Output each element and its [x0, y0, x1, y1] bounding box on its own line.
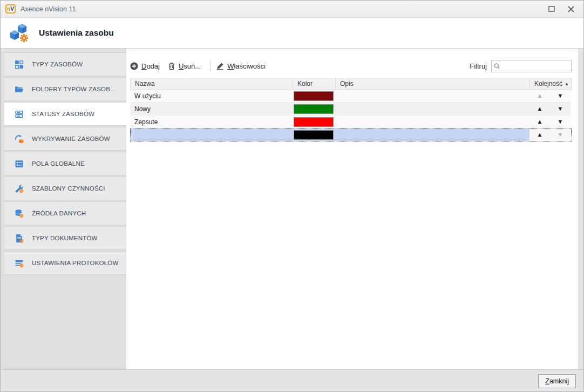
sidebar-item-wykrywanie-zasobow[interactable]: WYKRYWANIE ZASOBÓW	[4, 127, 126, 151]
sidebar-item-label: FOLDERY TYPÓW ZASOB...	[32, 86, 116, 92]
statuses-table: Nazwa Kolor Opis Kolejność▲ W użyciu ▲ ▼…	[130, 78, 572, 141]
pencil-icon	[216, 62, 224, 70]
sidebar-item-label: USTAWIENIA PROTOKOŁÓW	[32, 260, 119, 266]
status-description	[335, 103, 529, 115]
move-up-button[interactable]: ▲	[534, 119, 546, 125]
column-header-nazwa[interactable]: Nazwa	[131, 78, 293, 89]
column-header-kolejnosc[interactable]: Kolejność▲	[530, 78, 571, 89]
properties-button[interactable]: Właściwości	[216, 62, 266, 70]
status-description	[335, 90, 529, 102]
app-logo: nV	[5, 4, 16, 13]
remove-button[interactable]: Usuń...	[168, 62, 201, 70]
close-dialog-button[interactable]: Zamknij	[538, 374, 576, 388]
sidebar-item-typy-dokumentow[interactable]: TYPY DOKUMENTÓW	[4, 226, 126, 250]
window-title: Axence nVision 11	[21, 5, 76, 13]
table-row-selected[interactable]: ▲ ▼	[130, 129, 572, 141]
sidebar-item-label: SZABLONY CZYNNOŚCI	[32, 185, 105, 192]
resource-settings-dialog: nV Axence nVision 11	[0, 0, 584, 392]
filter-input-box	[491, 60, 572, 72]
settings-sidebar: TYPY ZASOBÓW FOLDERY TYPÓW ZASOB... STAT…	[1, 49, 126, 369]
close-icon	[568, 6, 574, 12]
sort-asc-icon: ▲	[565, 82, 569, 86]
resource-settings-icon	[9, 22, 30, 44]
sidebar-item-label: STATUSY ZASOBÓW	[32, 111, 94, 117]
sidebar-item-ustawienia-protokolow[interactable]: USTAWIENIA PROTOKOŁÓW	[4, 251, 126, 275]
grid-icon	[15, 60, 24, 69]
maximize-button[interactable]	[546, 3, 558, 15]
sidebar-item-label: WYKRYWANIE ZASOBÓW	[32, 136, 110, 142]
table-header: Nazwa Kolor Opis Kolejność▲	[130, 78, 572, 90]
move-down-button[interactable]: ▼	[554, 93, 566, 99]
wrench-gear-icon	[15, 184, 24, 193]
maximize-icon	[548, 6, 555, 12]
column-header-kolor[interactable]: Kolor	[293, 78, 336, 89]
color-swatch	[294, 117, 334, 127]
discovery-icon	[15, 134, 24, 144]
move-up-button: ▲	[534, 93, 546, 99]
column-header-opis[interactable]: Opis	[336, 78, 530, 89]
move-down-button[interactable]: ▼	[554, 119, 566, 125]
table-toolbar: Dodaj Usuń... Właściwości Filtruj	[130, 60, 572, 72]
sidebar-item-statusy-zasobow[interactable]: STATUSY ZASOBÓW	[4, 102, 126, 126]
search-icon	[494, 63, 500, 70]
status-name: W użyciu	[130, 90, 293, 102]
global-fields-icon	[15, 159, 24, 168]
table-row[interactable]: Zepsute ▲ ▼	[130, 116, 572, 129]
sidebar-item-label: TYPY ZASOBÓW	[32, 61, 83, 67]
table-row[interactable]: W użyciu ▲ ▼	[130, 90, 572, 103]
status-list-icon	[15, 110, 24, 119]
sidebar-item-label: ŹRÓDŁA DANYCH	[32, 210, 86, 217]
color-swatch	[294, 91, 334, 101]
add-button[interactable]: Dodaj	[130, 62, 160, 70]
sidebar-item-zrodla-danych[interactable]: ŹRÓDŁA DANYCH	[4, 201, 126, 225]
page-title: Ustawienia zasobu	[39, 28, 114, 38]
move-down-button: ▼	[554, 132, 566, 138]
sidebar-item-szablony-czynnosci[interactable]: SZABLONY CZYNNOŚCI	[4, 177, 126, 200]
sidebar-item-pola-globalne[interactable]: POLA GLOBALNE	[4, 152, 126, 175]
sidebar-item-foldery-typow[interactable]: FOLDERY TYPÓW ZASOB...	[4, 77, 126, 101]
status-name	[130, 129, 293, 141]
add-icon	[130, 62, 138, 70]
sidebar-item-label: POLA GLOBALNE	[32, 160, 85, 167]
toolbar-separator	[210, 61, 210, 71]
sidebar-item-label: TYPY DOKUMENTÓW	[32, 235, 98, 241]
table-row[interactable]: Nowy ▲ ▼	[130, 103, 572, 116]
move-down-button[interactable]: ▼	[554, 106, 566, 112]
protocol-gear-icon	[15, 259, 24, 268]
statuses-panel: Dodaj Usuń... Właściwości Filtruj	[126, 49, 578, 369]
filter-label: Filtruj	[470, 62, 487, 70]
folder-icon	[15, 85, 24, 94]
status-description	[335, 116, 529, 128]
color-swatch	[294, 130, 334, 140]
dialog-footer: Zamknij	[1, 369, 583, 392]
trash-icon	[168, 62, 175, 70]
color-swatch	[294, 104, 334, 114]
sidebar-item-typy-zasobow[interactable]: TYPY ZASOBÓW	[4, 52, 126, 76]
status-name: Nowy	[130, 103, 293, 115]
status-name: Zepsute	[130, 116, 293, 128]
status-description	[335, 129, 529, 141]
close-button[interactable]	[565, 3, 577, 15]
move-up-button[interactable]: ▲	[534, 106, 546, 112]
document-gear-icon	[15, 234, 24, 243]
titlebar: nV Axence nVision 11	[1, 1, 583, 18]
dialog-header: Ustawienia zasobu	[1, 18, 583, 49]
filter-input[interactable]	[502, 62, 569, 70]
move-up-button[interactable]: ▲	[534, 132, 546, 138]
database-gear-icon	[15, 209, 24, 218]
